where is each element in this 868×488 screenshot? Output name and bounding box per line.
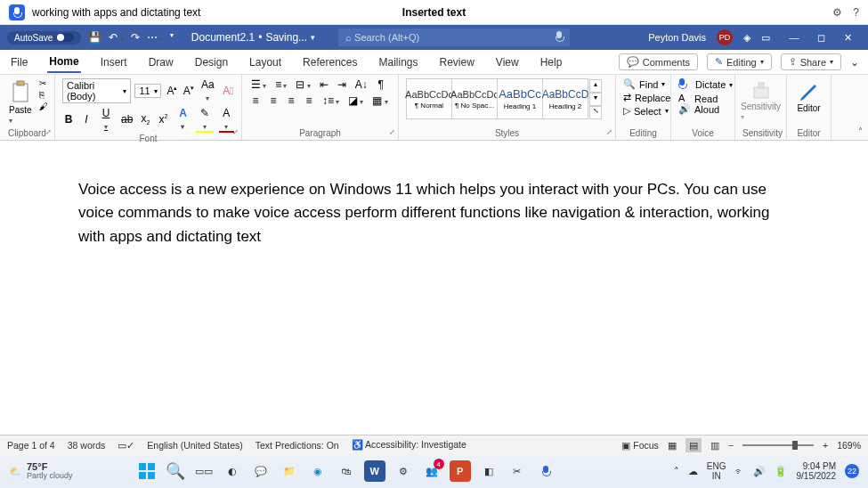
font-launcher-icon[interactable]: ⤢ xyxy=(232,128,239,136)
clipboard-launcher-icon[interactable]: ⤢ xyxy=(45,128,52,136)
language-indicator[interactable]: English (United States) xyxy=(147,440,242,451)
show-hide-button[interactable]: ¶ xyxy=(375,78,387,91)
notification-badge[interactable]: 22 xyxy=(845,464,859,478)
style-normal[interactable]: AaBbCcDc¶ Normal xyxy=(406,78,452,119)
collapse-ribbon-icon[interactable]: ˄ xyxy=(858,126,863,136)
font-family-select[interactable]: Calibri (Body)▾ xyxy=(62,78,131,103)
focus-mode-button[interactable]: ▣ Focus xyxy=(621,440,659,451)
task-view-button[interactable]: ▭▭ xyxy=(193,460,215,482)
italic-button[interactable]: I xyxy=(80,113,93,126)
share-button[interactable]: ⇪Share▾ xyxy=(781,53,841,70)
tab-file[interactable]: File xyxy=(9,53,29,72)
zoom-out-button[interactable]: − xyxy=(728,440,734,451)
explorer-button[interactable]: 📁 xyxy=(279,460,300,482)
tab-mailings[interactable]: Mailings xyxy=(377,53,419,72)
highlight-button[interactable]: ✎ xyxy=(196,107,213,132)
bullets-button[interactable]: ☰ xyxy=(249,78,268,91)
ribbon-display-icon[interactable]: ▭ xyxy=(761,32,770,44)
align-left-button[interactable]: ≡ xyxy=(249,94,262,107)
word-count[interactable]: 38 words xyxy=(68,440,106,451)
teams-button[interactable]: 👥4 xyxy=(421,460,442,482)
onedrive-icon[interactable]: ☁ xyxy=(688,466,698,477)
style-heading1[interactable]: AaBbCcHeading 1 xyxy=(497,78,543,119)
grow-font-button[interactable]: A▴ xyxy=(165,85,177,97)
diamond-icon[interactable]: ◈ xyxy=(743,32,750,44)
styles-launcher-icon[interactable]: ⤢ xyxy=(606,128,612,136)
ribbon-options-icon[interactable]: ⌄ xyxy=(850,56,859,69)
weather-widget[interactable]: ⛅ 75°F Partly cloudy xyxy=(9,461,73,481)
page-indicator[interactable]: Page 1 of 4 xyxy=(7,440,55,451)
tab-layout[interactable]: Layout xyxy=(247,53,283,72)
chat-button[interactable]: 💬 xyxy=(250,460,272,482)
read-mode-icon[interactable]: ▦ xyxy=(668,440,677,451)
user-avatar[interactable]: PD xyxy=(717,29,733,45)
quick-access-more[interactable]: ⋯ xyxy=(147,31,163,44)
settings-button[interactable]: ⚙ xyxy=(393,460,414,482)
zoom-level[interactable]: 169% xyxy=(837,440,861,451)
close-button[interactable]: ✕ xyxy=(834,32,861,44)
line-spacing-button[interactable]: ↕≡ xyxy=(320,94,341,107)
print-layout-icon[interactable]: ▤ xyxy=(685,438,702,452)
volume-icon[interactable]: 🔊 xyxy=(753,466,766,477)
editing-mode-button[interactable]: ✎Editing▾ xyxy=(707,53,772,70)
multilevel-button[interactable]: ⊟ xyxy=(294,78,312,91)
select-button[interactable]: ▷Select▾ xyxy=(623,105,663,117)
widgets-button[interactable]: ◐ xyxy=(222,460,243,482)
gear-icon[interactable]: ⚙ xyxy=(832,6,842,19)
mic-icon[interactable] xyxy=(9,4,25,20)
tab-home[interactable]: Home xyxy=(47,52,80,73)
text-effects-button[interactable]: A xyxy=(174,107,191,132)
styles-scroll-down[interactable]: ▾ xyxy=(589,93,602,106)
accessibility-checker[interactable]: ♿ Accessibility: Investigate xyxy=(352,439,466,451)
language-switcher[interactable]: ENG IN xyxy=(707,461,726,481)
tray-chevron-icon[interactable]: ˄ xyxy=(674,466,679,477)
justify-button[interactable]: ≡ xyxy=(303,94,315,107)
cut-icon[interactable]: ✂ xyxy=(39,78,48,88)
strikethrough-button[interactable]: ab xyxy=(119,113,134,126)
style-nospacing[interactable]: AaBbCcDc¶ No Spac... xyxy=(451,78,498,119)
edge-button[interactable]: ◉ xyxy=(307,460,329,482)
styles-expand[interactable]: ⤡ xyxy=(589,106,602,119)
tab-draw[interactable]: Draw xyxy=(147,53,175,72)
increase-indent-button[interactable]: ⇥ xyxy=(336,78,348,91)
superscript-button[interactable]: x2 xyxy=(157,113,169,126)
tab-view[interactable]: View xyxy=(494,53,521,72)
style-heading2[interactable]: AaBbCcDHeading 2 xyxy=(542,78,588,119)
voice-access-app[interactable] xyxy=(535,460,556,482)
font-size-select[interactable]: 11▾ xyxy=(134,84,161,98)
help-icon[interactable]: ? xyxy=(853,6,859,19)
store-button[interactable]: 🛍 xyxy=(336,460,357,482)
format-painter-icon[interactable]: 🖌 xyxy=(39,102,48,111)
sort-button[interactable]: A↓ xyxy=(353,78,369,91)
redo-button[interactable]: ↷ xyxy=(131,31,140,44)
replace-button[interactable]: ⇄Replace xyxy=(623,92,663,103)
subscript-button[interactable]: x2 xyxy=(139,112,151,126)
word-button[interactable]: W xyxy=(364,460,385,482)
tab-insert[interactable]: Insert xyxy=(99,53,129,72)
search-button[interactable]: 🔍 xyxy=(165,460,186,482)
decrease-indent-button[interactable]: ⇤ xyxy=(318,78,330,91)
wifi-icon[interactable]: ᯤ xyxy=(734,466,744,476)
comments-button[interactable]: 💬Comments xyxy=(619,53,698,70)
paste-button[interactable]: Paste xyxy=(7,78,34,126)
read-aloud-button[interactable]: A🔊Read Aloud xyxy=(678,93,727,115)
align-right-button[interactable]: ≡ xyxy=(285,94,297,107)
autosave-toggle[interactable]: AutoSave xyxy=(7,31,81,45)
search-input[interactable]: ⌕ Search (Alt+Q) xyxy=(338,28,570,46)
minimize-button[interactable]: — xyxy=(781,32,807,44)
undo-button[interactable]: ↶ xyxy=(109,31,123,44)
shrink-font-button[interactable]: A▾ xyxy=(182,85,194,97)
search-mic-icon[interactable] xyxy=(556,31,563,44)
start-button[interactable] xyxy=(136,460,158,482)
find-button[interactable]: 🔍Find▾ xyxy=(623,78,663,90)
styles-scroll-up[interactable]: ▴ xyxy=(589,79,602,93)
tab-design[interactable]: Design xyxy=(193,53,230,72)
maximize-button[interactable]: ◻ xyxy=(807,32,834,44)
document-canvas[interactable]: Voice access is a new experience on Wind… xyxy=(0,141,868,435)
dictate-button[interactable]: Dictate▾ xyxy=(678,78,727,91)
tab-review[interactable]: Review xyxy=(438,53,476,72)
web-layout-icon[interactable]: ▥ xyxy=(710,440,719,451)
tab-references[interactable]: References xyxy=(301,53,359,72)
clock[interactable]: 9:04 PM 9/15/2022 xyxy=(796,461,836,481)
powerpoint-button[interactable]: P xyxy=(450,460,471,482)
